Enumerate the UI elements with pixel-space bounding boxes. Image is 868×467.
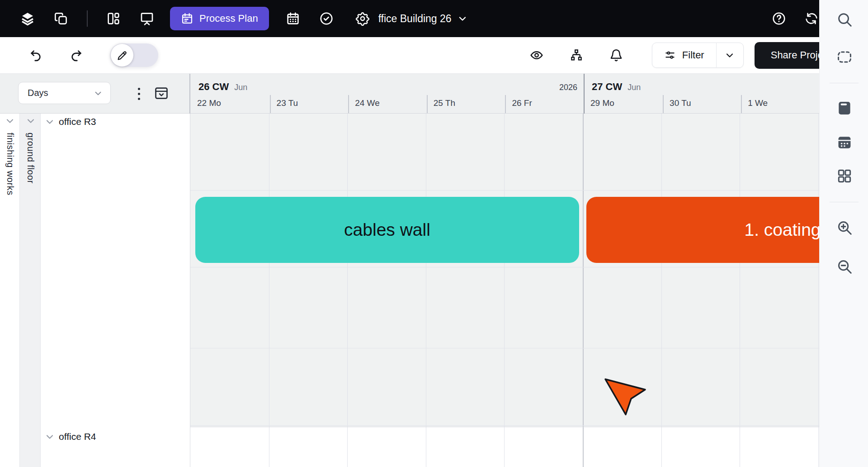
year-label: 2026 bbox=[559, 83, 584, 92]
undo-icon[interactable] bbox=[25, 45, 46, 66]
calendar-week-label: 27 CW bbox=[592, 81, 622, 93]
eye-icon[interactable] bbox=[526, 45, 547, 66]
navbar-divider bbox=[87, 10, 88, 27]
redo-icon[interactable] bbox=[66, 45, 87, 66]
marquee-select-icon[interactable] bbox=[836, 48, 853, 66]
day-header-cell: 30 Tu bbox=[663, 95, 741, 113]
sliders-icon bbox=[664, 49, 676, 61]
presentation-icon[interactable] bbox=[137, 8, 157, 29]
task-bar-cables-wall[interactable]: cables wall bbox=[195, 197, 579, 263]
grid-horizontal-line bbox=[190, 190, 868, 191]
navbar-left-group: Process Plan bbox=[17, 7, 468, 30]
filter-split-button: Filter bbox=[652, 43, 744, 68]
pencil-icon bbox=[116, 49, 128, 62]
grid-vertical-line bbox=[504, 114, 505, 467]
grid-vertical-line bbox=[347, 114, 348, 467]
day-header-cell: 1 We bbox=[741, 95, 819, 113]
timeline-controls: Days bbox=[0, 74, 190, 114]
project-selector[interactable]: ffice Building 26 bbox=[352, 8, 468, 29]
collapse-phase-chevron-icon[interactable] bbox=[5, 115, 15, 126]
rail-divider bbox=[830, 202, 859, 202]
grid-horizontal-line bbox=[190, 267, 868, 267]
grid-vertical-line bbox=[740, 114, 740, 467]
edit-toolbar: Filter Share Project bbox=[0, 37, 868, 74]
day-header-cell: 29 Mo bbox=[585, 95, 663, 113]
month-label: Jun bbox=[234, 83, 247, 92]
bell-icon[interactable] bbox=[606, 45, 627, 66]
group-label: office R4 bbox=[59, 431, 96, 442]
gantt-body: finishing works ground floor office R3 o… bbox=[0, 114, 868, 467]
collapse-panel-icon[interactable] bbox=[154, 86, 170, 102]
chevron-down-icon bbox=[724, 50, 735, 61]
edit-mode-toggle[interactable] bbox=[110, 43, 158, 67]
time-scale-select[interactable]: Days bbox=[18, 82, 111, 104]
filter-label: Filter bbox=[682, 49, 704, 61]
schedule-view-icon[interactable] bbox=[836, 134, 853, 151]
edit-mode-knob bbox=[111, 44, 133, 67]
time-scale-value: Days bbox=[28, 88, 48, 98]
group-header-office-r4: office R4 bbox=[44, 431, 96, 442]
group-label: office R3 bbox=[59, 116, 96, 127]
board-view-icon[interactable] bbox=[836, 100, 853, 117]
layers-icon[interactable] bbox=[17, 8, 38, 29]
grid-view-icon[interactable] bbox=[836, 167, 853, 185]
filter-button[interactable]: Filter bbox=[652, 43, 716, 67]
day-header-cell: 22 Mo bbox=[191, 95, 270, 113]
process-plan-button[interactable]: Process Plan bbox=[170, 7, 269, 30]
calendar-icon[interactable] bbox=[283, 8, 303, 29]
timeline-options-menu[interactable] bbox=[134, 84, 144, 104]
day-header-cell: 24 We bbox=[348, 95, 427, 113]
timeline-week: 26 CWJun202622 Mo23 Tu24 We25 Th26 Fr bbox=[191, 74, 584, 114]
toolbar-left-group bbox=[25, 43, 158, 67]
project-name: ffice Building 26 bbox=[378, 13, 452, 25]
right-tool-rail bbox=[819, 0, 868, 467]
gear-icon[interactable] bbox=[352, 8, 373, 29]
zoom-out-icon[interactable] bbox=[836, 258, 853, 275]
collapse-level-chevron-icon[interactable] bbox=[25, 115, 36, 126]
chevron-down-icon bbox=[93, 88, 103, 98]
month-label: Jun bbox=[627, 83, 641, 92]
day-header-cell: 23 Tu bbox=[270, 95, 349, 113]
toolbar-right-group: Filter Share Project bbox=[526, 42, 847, 69]
grid-vertical-line bbox=[661, 114, 662, 467]
timeline-weeks: 26 CWJun202622 Mo23 Tu24 We25 Th26 Fr27 … bbox=[191, 74, 868, 114]
hierarchy-icon[interactable] bbox=[566, 45, 587, 66]
grid-vertical-line bbox=[583, 114, 584, 467]
filter-dropdown-button[interactable] bbox=[716, 43, 743, 67]
phase-label: finishing works bbox=[5, 133, 15, 195]
group-label-column bbox=[41, 114, 190, 467]
rail-divider bbox=[830, 83, 859, 83]
check-circle-icon[interactable] bbox=[316, 8, 337, 29]
grid-vertical-line bbox=[269, 114, 269, 467]
day-header-cell: 26 Fr bbox=[505, 95, 584, 113]
search-icon[interactable] bbox=[836, 11, 853, 28]
process-plan-calendar-icon bbox=[181, 12, 193, 25]
group-header-office-r3: office R3 bbox=[44, 116, 96, 127]
grid-horizontal-line bbox=[190, 425, 868, 426]
app-root: Process Plan bbox=[0, 0, 868, 467]
level-label: ground floor bbox=[25, 133, 36, 184]
collapse-group-chevron-icon[interactable] bbox=[44, 116, 55, 127]
collapse-group-chevron-icon[interactable] bbox=[44, 431, 55, 442]
process-plan-label: Process Plan bbox=[199, 13, 258, 24]
timeline-header: Days 26 CWJun202622 Mo23 Tu24 We25 Th26 … bbox=[0, 74, 868, 114]
top-navbar: Process Plan bbox=[0, 0, 868, 37]
day-header-cell: 25 Th bbox=[427, 95, 505, 113]
layout-dashboard-icon[interactable] bbox=[103, 8, 124, 29]
pointer-cursor-icon bbox=[601, 375, 651, 420]
grid-vertical-line bbox=[426, 114, 426, 467]
grid-vertical-line bbox=[818, 114, 819, 467]
grid-horizontal-line bbox=[190, 348, 868, 348]
zoom-in-icon[interactable] bbox=[836, 219, 853, 236]
chevron-down-icon bbox=[457, 13, 468, 24]
help-icon[interactable] bbox=[769, 8, 789, 29]
calendar-week-label: 26 CW bbox=[198, 81, 229, 93]
copy-icon[interactable] bbox=[51, 8, 71, 29]
